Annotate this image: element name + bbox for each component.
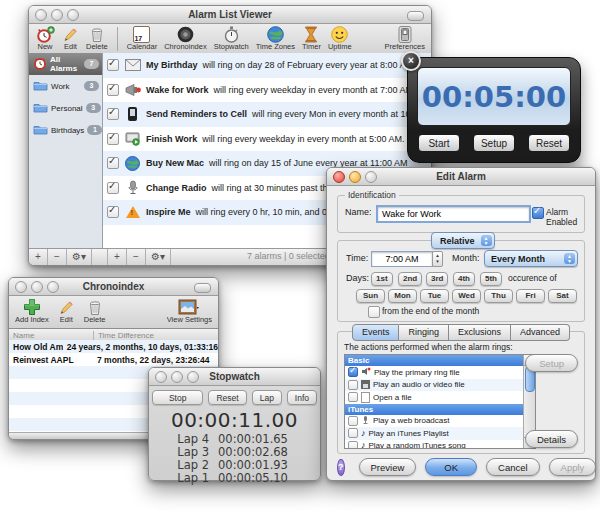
alarm-row[interactable]: Wake for Work will ring every weekday in… (103, 78, 431, 103)
preview-button[interactable]: Preview (359, 458, 417, 476)
weekday-wed-button[interactable]: Wed (452, 289, 481, 303)
column-header-time-difference[interactable]: Time Difference (94, 331, 218, 340)
info-button[interactable]: Info (287, 390, 317, 405)
toolbar-uptime-button[interactable]: Uptime (328, 26, 352, 51)
column-header-name[interactable]: Name (9, 331, 94, 340)
alarm-row[interactable]: My Birthday will ring on day 28 of Febru… (103, 53, 431, 78)
action-item[interactable]: Play the primary ring file (345, 366, 535, 379)
delete-index-button[interactable]: Delete (84, 298, 106, 324)
minimize-button[interactable] (171, 371, 183, 383)
toolbar-delete-button[interactable]: Delete (86, 26, 108, 51)
close-button[interactable] (333, 171, 345, 183)
stop-button[interactable]: Stop (152, 390, 204, 405)
tab-events[interactable]: Events (352, 324, 400, 341)
help-button[interactable]: ? (337, 459, 345, 476)
alarm-enabled-checkbox[interactable] (107, 133, 119, 145)
zoom-button[interactable] (67, 9, 79, 21)
close-button[interactable] (155, 371, 167, 383)
action-item[interactable]: Play an audio or video file (345, 379, 535, 392)
alarm-row[interactable]: Send Reminders to Cell will ring every M… (103, 102, 431, 127)
from-end-checkbox[interactable] (368, 306, 380, 318)
tab-advanced[interactable]: Advanced (511, 324, 570, 341)
ordinal-1st-button[interactable]: 1st (371, 272, 393, 286)
action-item[interactable]: ♪ Play an iTunes Playlist (345, 427, 535, 440)
minimize-button[interactable] (31, 281, 43, 293)
reset-button[interactable]: Reset (528, 134, 570, 152)
sidebar-item-work[interactable]: Work 3 (29, 75, 102, 97)
tab-ringing[interactable]: Ringing (399, 324, 449, 341)
weekday-sun-button[interactable]: Sun (356, 289, 385, 303)
alarm-enabled-checkbox[interactable] (107, 59, 119, 71)
name-field[interactable]: Wake for Work (376, 205, 531, 223)
cancel-button[interactable]: Cancel (486, 458, 540, 476)
weekday-sat-button[interactable]: Sat (548, 289, 577, 303)
sidebar-item-all-alarms[interactable]: All Alarms 7 (29, 53, 102, 75)
weekday-fri-button[interactable]: Fri (516, 289, 545, 303)
month-popup[interactable]: Every Month ▲▼ (484, 250, 578, 267)
close-button[interactable] (35, 9, 47, 21)
action-checkbox[interactable] (348, 416, 358, 426)
mode-popup[interactable]: Relative ▲▼ (431, 232, 495, 249)
view-settings-button[interactable]: View Settings (167, 298, 212, 324)
action-checkbox[interactable] (348, 428, 358, 438)
action-item[interactable]: Play a web broadcast (345, 415, 535, 428)
sidebar-item-birthdays[interactable]: Birthdays 1 (29, 119, 102, 141)
setup-button[interactable]: Setup (473, 134, 515, 152)
action-checkbox[interactable] (348, 367, 358, 377)
weekday-mon-button[interactable]: Mon (388, 289, 417, 303)
ordinal-5th-button[interactable]: 5th (480, 272, 502, 286)
group-action-menu-button[interactable]: ⚙▾ (67, 249, 92, 265)
alarm-enabled-checkbox[interactable] (107, 84, 119, 96)
remove-group-button[interactable]: − (48, 249, 67, 265)
tab-exclusions[interactable]: Exclusions (449, 324, 511, 341)
zoom-button[interactable] (365, 171, 377, 183)
table-row[interactable]: How Old Am I 24 years, 2 months, 10 days… (9, 340, 218, 353)
alarm-enabled-checkbox[interactable] (532, 207, 544, 219)
apply-button[interactable]: Apply (549, 458, 597, 476)
alarm-enabled-checkbox[interactable] (107, 182, 119, 194)
add-index-button[interactable]: Add Index (15, 298, 49, 324)
weekday-tue-button[interactable]: Tue (420, 289, 449, 303)
details-button[interactable]: Details (525, 430, 578, 448)
toolbar-toggle-button[interactable] (407, 11, 424, 21)
alarm-enabled-checkbox[interactable] (107, 108, 119, 120)
minimize-button[interactable] (349, 171, 361, 183)
setup-button[interactable]: Setup (525, 354, 578, 372)
toolbar-calendar-button[interactable]: 17 Calendar (127, 26, 157, 51)
action-checkbox[interactable] (348, 392, 358, 402)
edit-index-button[interactable]: Edit (58, 298, 75, 324)
action-checkbox[interactable] (348, 380, 358, 390)
time-stepper[interactable]: ▲▼ (432, 251, 443, 267)
toolbar-toggle-button[interactable] (194, 283, 211, 293)
toolbar-chronoindex-button[interactable]: Chronoindex (164, 26, 207, 51)
ok-button[interactable]: OK (425, 458, 477, 476)
alarm-enabled-checkbox[interactable] (107, 206, 119, 218)
add-alarm-button[interactable]: + (107, 249, 127, 265)
zoom-button[interactable] (187, 371, 199, 383)
reset-button[interactable]: Reset (208, 390, 246, 405)
minimize-button[interactable] (51, 9, 63, 21)
action-checkbox[interactable] (348, 441, 358, 449)
close-button[interactable] (15, 281, 27, 293)
time-field[interactable]: 7:00 AM (371, 251, 433, 267)
toolbar-timer-button[interactable]: Timer (302, 26, 321, 51)
toolbar-preferences-button[interactable]: Preferences (385, 26, 425, 51)
toolbar-timezones-button[interactable]: Time Zones (256, 26, 295, 51)
zoom-button[interactable] (47, 281, 59, 293)
table-row[interactable]: Reinvest AAPL 7 months, 22 days, 23:26:4… (9, 353, 218, 366)
ordinal-4th-button[interactable]: 4th (453, 272, 475, 286)
sidebar-item-personal[interactable]: Personal 3 (29, 97, 102, 119)
ordinal-2nd-button[interactable]: 2nd (398, 272, 422, 286)
action-item[interactable]: ♪ Play a random iTunes song (345, 440, 535, 450)
alarm-row[interactable]: Finish Work will ring every weekday in e… (103, 127, 431, 152)
action-item[interactable]: Open a file (345, 391, 535, 404)
toolbar-edit-button[interactable]: Edit (62, 26, 79, 51)
alarm-action-menu-button[interactable]: ⚙▾ (146, 249, 171, 265)
start-button[interactable]: Start (418, 134, 460, 152)
toolbar-new-button[interactable]: New (35, 26, 55, 51)
alarm-enabled-checkbox[interactable] (107, 157, 119, 169)
toolbar-stopwatch-button[interactable]: Stopwatch (214, 26, 249, 51)
remove-alarm-button[interactable]: − (127, 249, 146, 265)
weekday-thu-button[interactable]: Thu (484, 289, 513, 303)
ordinal-3rd-button[interactable]: 3rd (426, 272, 448, 286)
